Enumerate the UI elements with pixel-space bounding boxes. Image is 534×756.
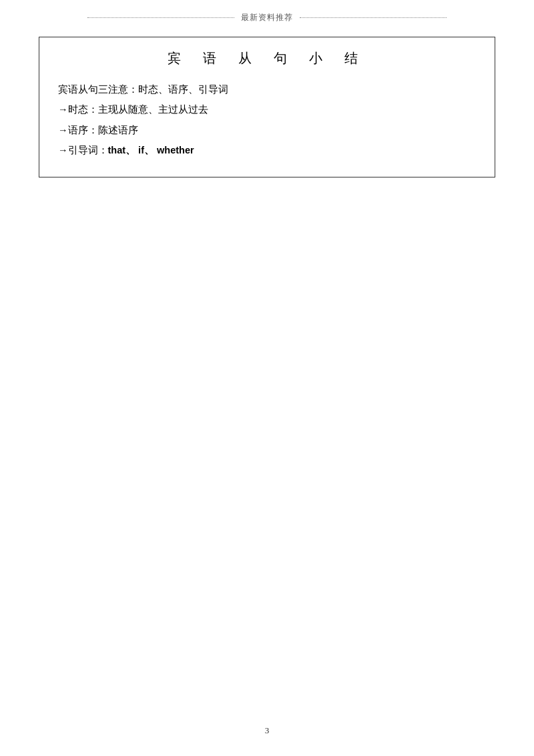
line-conjunctions: →引导词：that、 if、 whether bbox=[58, 140, 476, 160]
line-intro: 宾语从句三注意：时态、语序、引导词 bbox=[58, 79, 476, 99]
page-number: 3 bbox=[265, 725, 270, 736]
main-box: 宾 语 从 句 小 结 宾语从句三注意：时态、语序、引导词 →时态：主现从随意、… bbox=[39, 37, 495, 177]
line-tense: →时态：主现从随意、主过从过去 bbox=[58, 99, 476, 119]
line-intro-text: 宾语从句三注意：时态、语序、引导词 bbox=[58, 84, 228, 95]
header-text: 最新资料推荐 bbox=[241, 13, 293, 22]
line-order: →语序：陈述语序 bbox=[58, 120, 476, 140]
line-conjunctions-prefix: →引导词： bbox=[58, 145, 108, 155]
page-header: 最新资料推荐 bbox=[0, 0, 534, 30]
box-title: 宾 语 从 句 小 结 bbox=[58, 49, 476, 67]
line-conjunctions-bold: that、 if、 whether bbox=[108, 145, 194, 155]
line-order-prefix: →语序：陈述语序 bbox=[58, 125, 138, 135]
line-tense-prefix: →时态：主现从随意、主过从过去 bbox=[58, 104, 208, 115]
